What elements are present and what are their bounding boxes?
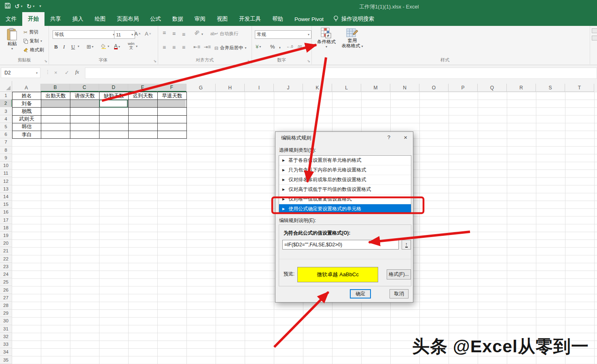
column-header-P[interactable]: P [449, 84, 478, 92]
cell[interactable] [70, 115, 100, 123]
font-name-combo[interactable]: 等线▾ [53, 30, 116, 39]
paste-button[interactable]: 粘贴▾ [3, 28, 21, 51]
format-as-table-button[interactable]: 套用 表格格式 ▾ [340, 28, 365, 49]
row-header-27[interactable]: 27 [0, 294, 12, 302]
bold-button[interactable]: B [54, 44, 58, 50]
phonetic-guide-icon[interactable]: wén文 [128, 42, 135, 49]
column-header-G[interactable]: G [186, 84, 216, 92]
merge-center-button[interactable]: ⊟合并后居中▾ [214, 45, 246, 51]
tab-page-layout[interactable]: 页面布局 [111, 12, 144, 26]
redo-icon[interactable]: ↻ [27, 3, 32, 9]
cell[interactable] [41, 123, 70, 131]
row-header-14[interactable]: 14 [0, 193, 12, 201]
save-icon[interactable] [5, 3, 11, 9]
orientation-dropdown-icon[interactable]: ▾ [201, 32, 203, 36]
row-header-32[interactable]: 32 [0, 333, 12, 341]
column-header-C[interactable]: C [70, 84, 99, 92]
cancel-entry-icon[interactable]: × [54, 70, 57, 76]
font-size-combo[interactable]: 11▾ [114, 30, 135, 39]
cell[interactable] [100, 115, 129, 123]
column-header-D[interactable]: D [99, 84, 128, 92]
align-top-icon[interactable]: ≡ [163, 30, 166, 36]
cut-button[interactable]: ✂剪切 [23, 29, 38, 35]
tab-formulas[interactable]: 公式 [144, 12, 167, 26]
cell[interactable] [41, 100, 70, 108]
undo-icon[interactable]: ↺ [15, 3, 20, 9]
row-header-24[interactable]: 24 [0, 271, 12, 278]
row-header-7[interactable]: 7 [0, 138, 12, 146]
tab-power-pivot[interactable]: Power Pivot [289, 12, 329, 26]
fill-color-icon[interactable]: ▾ [101, 44, 109, 49]
column-header-Q[interactable]: Q [478, 84, 507, 92]
cell[interactable] [70, 108, 100, 115]
row-header-1[interactable]: 1 [0, 92, 12, 99]
orientation-icon[interactable]: ab [193, 29, 200, 36]
row-header-31[interactable]: 31 [0, 325, 12, 333]
cell[interactable] [129, 123, 158, 131]
row-header-20[interactable]: 20 [0, 239, 12, 247]
cell[interactable] [70, 100, 100, 108]
tab-review[interactable]: 审阅 [189, 12, 211, 26]
copy-button[interactable]: 复制▾ [23, 38, 42, 44]
percent-style-icon[interactable]: % [270, 44, 275, 50]
row-header-10[interactable]: 10 [0, 162, 12, 169]
cell[interactable]: 出勤天数 [41, 92, 70, 100]
align-middle-icon[interactable]: ≡ [172, 30, 176, 37]
align-left-icon[interactable]: ≡ [163, 44, 166, 51]
rule-type-option-3[interactable]: ▶仅对排名靠前或靠后的数值设置格式 [279, 175, 411, 185]
format-painter-button[interactable]: 格式刷 [23, 47, 44, 53]
format-button[interactable]: 格式(F)... [387, 269, 411, 279]
row-header-13[interactable]: 13 [0, 185, 12, 193]
align-center-icon[interactable]: ≡ [172, 44, 176, 51]
formula-bar-splitter[interactable]: ⋮ [45, 69, 50, 75]
row-header-12[interactable]: 12 [0, 177, 12, 185]
cell[interactable] [100, 123, 129, 131]
undo-dropdown-icon[interactable]: ▾ [21, 4, 23, 8]
column-header-S[interactable]: S [536, 84, 565, 92]
tab-share[interactable]: 共享 [44, 12, 67, 26]
row-header-23[interactable]: 23 [0, 263, 12, 271]
font-dialog-launcher[interactable]: ⇘ [153, 59, 157, 63]
borders-icon[interactable]: ⊞▾ [87, 44, 93, 50]
column-header-A[interactable]: A [12, 84, 41, 92]
tab-draw[interactable]: 绘图 [89, 12, 111, 26]
underline-button[interactable]: U [71, 44, 75, 50]
column-header-O[interactable]: O [419, 84, 449, 92]
column-header-T[interactable]: T [565, 84, 594, 92]
tell-me-search[interactable]: 操作说明搜索 [329, 12, 378, 26]
cell[interactable] [41, 115, 70, 123]
decrease-decimal-icon[interactable]: .00→ [297, 44, 306, 49]
tab-developer[interactable]: 开发工具 [233, 12, 267, 26]
wrap-text-button[interactable]: ab↵自动换行 [210, 31, 239, 37]
row-header-35[interactable]: 35 [0, 356, 12, 364]
tab-data[interactable]: 数据 [167, 12, 189, 26]
row-header-2[interactable]: 2 [0, 99, 12, 107]
cell[interactable]: 迟到天数 [129, 92, 158, 100]
row-header-25[interactable]: 25 [0, 278, 12, 286]
column-header-H[interactable]: H [216, 84, 245, 92]
shrink-font-icon[interactable]: A˅ [145, 31, 151, 37]
cell[interactable] [100, 131, 129, 139]
cell[interactable]: 早退天数 [158, 92, 187, 100]
clipboard-dialog-launcher[interactable]: ⇘ [44, 59, 47, 63]
insert-function-icon[interactable]: fx [75, 69, 79, 75]
column-header-N[interactable]: N [390, 84, 419, 92]
grow-font-icon[interactable]: A˄ [134, 31, 140, 37]
confirm-entry-icon[interactable]: ✓ [65, 70, 69, 76]
align-bottom-icon[interactable]: ≡ [182, 31, 185, 38]
cell[interactable]: 缺勤天数 [100, 92, 129, 100]
accounting-format-icon[interactable]: ¥▾ [256, 44, 261, 50]
decrease-indent-icon[interactable]: ⇤≡ [193, 44, 200, 50]
row-header-28[interactable]: 28 [0, 302, 12, 309]
cell[interactable]: 李白 [13, 131, 41, 139]
cell[interactable] [129, 131, 158, 139]
align-right-icon[interactable]: ≡ [182, 44, 185, 51]
underline-dropdown-icon[interactable]: ▾ [78, 44, 79, 48]
cell[interactable] [70, 123, 100, 131]
rule-type-option-5[interactable]: ▶仅对唯一值或重复值设置格式 [279, 195, 411, 204]
column-header-J[interactable]: J [274, 84, 303, 92]
cell[interactable]: 武则天 [13, 115, 41, 123]
cell[interactable] [100, 108, 129, 115]
cell[interactable] [129, 115, 158, 123]
row-header-16[interactable]: 16 [0, 208, 12, 216]
